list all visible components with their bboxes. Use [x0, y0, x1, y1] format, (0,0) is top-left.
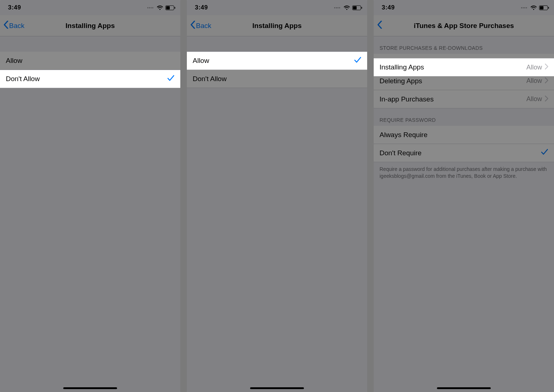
svg-rect-7 [540, 6, 543, 9]
option-dont-allow[interactable]: Don't Allow [187, 70, 367, 88]
checkmark-icon [541, 149, 548, 157]
section-header-password: REQUIRE PASSWORD [374, 108, 554, 126]
chevron-left-icon [190, 21, 195, 31]
option-allow[interactable]: Allow [0, 52, 180, 70]
svg-rect-8 [548, 7, 549, 9]
row-inapp-purchases[interactable]: In-app Purchases Allow [374, 90, 554, 108]
section-footer: Require a password for additional purcha… [374, 162, 554, 182]
phone-screen-2: 3:49 •••• Back Installing Apps [187, 0, 367, 392]
option-label: Don't Allow [6, 75, 167, 83]
content-fill [0, 88, 180, 392]
group-spacer [187, 36, 367, 52]
row-label: Deleting Apps [380, 77, 526, 85]
status-icons: •••• [334, 5, 362, 10]
status-icons: •••• [147, 5, 175, 10]
wifi-icon [157, 5, 163, 10]
row-dont-require[interactable]: Don't Require [374, 144, 554, 162]
svg-rect-1 [166, 6, 170, 9]
row-always-require[interactable]: Always Require [374, 126, 554, 144]
wifi-icon [344, 5, 350, 10]
svg-rect-4 [353, 6, 357, 9]
home-indicator[interactable] [437, 387, 491, 389]
nav-bar: iTunes & App Store Purchases [374, 15, 554, 36]
back-label: Back [9, 22, 24, 30]
status-bar: 3:49 •••• [374, 0, 554, 15]
back-button[interactable] [376, 15, 384, 36]
content: STORE PURCHASES & RE-DOWNLOADS Installin… [374, 36, 554, 392]
nav-bar: Back Installing Apps [187, 15, 367, 36]
back-button[interactable]: Back [189, 15, 213, 36]
page-title: Installing Apps [0, 22, 180, 30]
status-time: 3:49 [195, 4, 208, 11]
status-icons: •••• [521, 5, 549, 10]
svg-rect-2 [174, 7, 175, 9]
chevron-right-icon [545, 95, 548, 103]
chevron-left-icon [377, 21, 382, 31]
status-time: 3:49 [8, 4, 21, 11]
row-label: Always Require [380, 131, 548, 139]
svg-rect-5 [361, 7, 362, 9]
content-fill [374, 182, 554, 392]
chevron-left-icon [4, 21, 8, 31]
content-fill [187, 88, 367, 392]
status-time: 3:49 [382, 4, 395, 11]
row-value: Allow [526, 95, 542, 103]
phone-screen-3: 3:49 •••• iTunes & App Store Purchases S… [374, 0, 554, 392]
option-label: Allow [6, 57, 174, 65]
checkmark-icon [354, 57, 361, 65]
option-label: Don't Allow [193, 75, 361, 83]
status-bar: 3:49 •••• [187, 0, 367, 15]
back-label: Back [196, 22, 211, 30]
row-value: Allow [526, 64, 542, 71]
battery-icon [539, 5, 549, 10]
wifi-icon [530, 5, 537, 10]
home-indicator[interactable] [63, 387, 117, 389]
row-label: In-app Purchases [380, 95, 526, 103]
content: Allow Don't Allow [0, 36, 180, 392]
cell-signal-icon: •••• [147, 6, 154, 10]
phone-screen-1: 3:49 •••• Back Installing Apps [0, 0, 180, 392]
chevron-right-icon [545, 77, 548, 85]
cell-signal-icon: •••• [334, 6, 341, 10]
highlighted-row-dont-allow[interactable]: Don't Allow [0, 70, 180, 88]
option-label: Allow [193, 57, 354, 65]
row-label: Don't Require [380, 149, 541, 157]
group-spacer [0, 36, 180, 52]
status-bar: 3:49 •••• [0, 0, 180, 15]
three-phone-layout: 3:49 •••• Back Installing Apps [0, 0, 554, 392]
highlighted-row-installing-apps[interactable]: Installing Apps Allow [374, 58, 554, 76]
nav-bar: Back Installing Apps [0, 15, 180, 36]
battery-icon [165, 5, 175, 10]
row-value: Allow [526, 77, 542, 85]
cell-signal-icon: •••• [521, 6, 527, 10]
home-indicator[interactable] [250, 387, 304, 389]
row-label: Installing Apps [380, 63, 526, 71]
battery-icon [352, 5, 362, 10]
checkmark-icon [167, 75, 174, 83]
content: Allow Don't Allow [187, 36, 367, 392]
page-title: Installing Apps [187, 22, 367, 30]
back-button[interactable]: Back [2, 15, 26, 36]
highlighted-row-allow[interactable]: Allow [187, 52, 367, 70]
section-header-store: STORE PURCHASES & RE-DOWNLOADS [374, 36, 554, 54]
chevron-right-icon [545, 63, 548, 71]
page-title: iTunes & App Store Purchases [374, 22, 554, 30]
